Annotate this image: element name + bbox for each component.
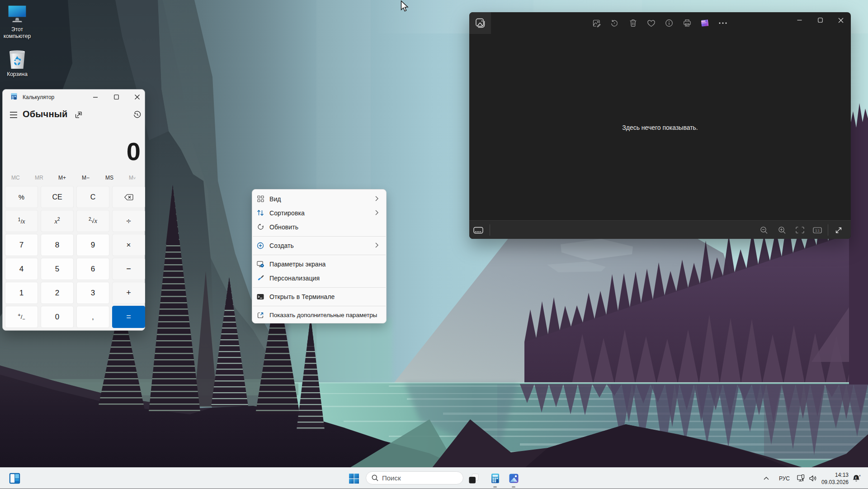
svg-text:1:1: 1:1 xyxy=(815,229,820,232)
svg-text:z: z xyxy=(855,475,857,480)
svg-text:z: z xyxy=(859,474,861,477)
